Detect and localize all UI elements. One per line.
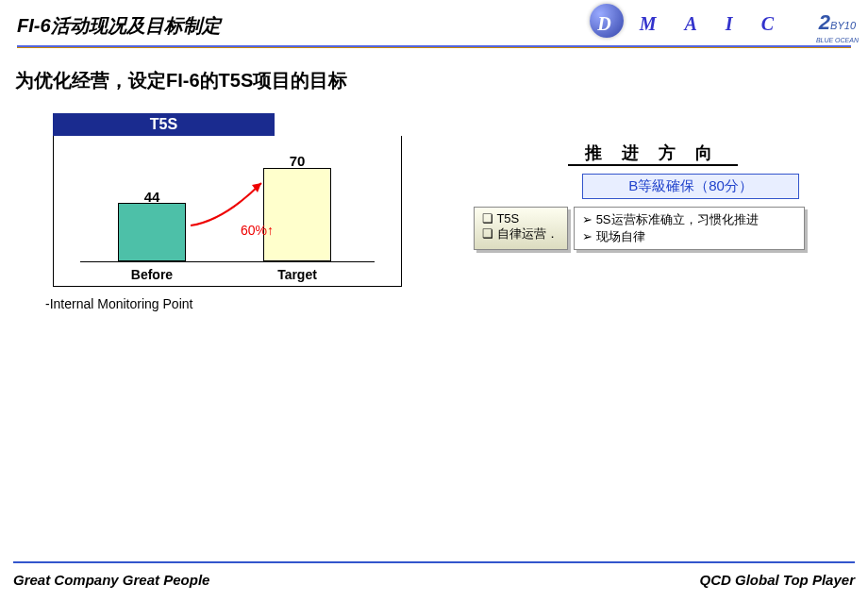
- footer-divider: [13, 561, 855, 563]
- growth-arrow-icon: [186, 174, 280, 230]
- bar-target-label: Target: [250, 267, 344, 282]
- dmaic-d: D: [597, 13, 610, 35]
- info-row: T5S 自律运营． 5S运营标准确立，习惯化推进 现场自律: [474, 207, 832, 250]
- direction-title: 推 进 方 向: [568, 142, 738, 166]
- page-title: FI-6活动现况及目标制定: [17, 13, 221, 39]
- bar-before: [118, 203, 186, 261]
- right-item-1: 现场自律: [582, 228, 796, 245]
- dmaic-c: C: [761, 13, 774, 35]
- bar-target-value: 70: [263, 153, 331, 169]
- bar-before-label: Before: [105, 267, 199, 282]
- arrow-text: 60%↑: [241, 223, 274, 238]
- header: FI-6活动现况及目标制定 D M A I C 2BY10 BLUE OCEAN: [0, 9, 868, 47]
- dmaic-a: A: [685, 13, 697, 35]
- right-item-0: 5S运营标准确立，习惯化推进: [582, 211, 796, 228]
- info-box-right: 5S运营标准确立，习惯化推进 现场自律: [574, 207, 805, 250]
- logo-2by10: 2BY10 BLUE OCEAN: [816, 11, 859, 44]
- chart-body: 44 70 Before Target 60%↑: [53, 136, 402, 287]
- direction-panel: 推 进 方 向 B等級確保（80分） T5S 自律运营． 5S运营标准确立，习惯…: [474, 142, 832, 250]
- dmaic-m: M: [640, 13, 657, 35]
- grade-box: B等級確保（80分）: [582, 174, 799, 199]
- chart-container: T5S Point 44 70 Before Target 60%↑: [53, 113, 402, 287]
- left-item-1: 自律运营．: [482, 225, 559, 242]
- chart-header: T5S: [53, 113, 275, 136]
- chart-baseline: [80, 261, 375, 262]
- info-box-left: T5S 自律运营．: [474, 207, 568, 250]
- footer-left: Great Company Great People: [13, 572, 209, 588]
- bar-before-value: 44: [118, 189, 186, 205]
- chart-footnote: -Internal Monitoring Point: [45, 296, 192, 311]
- dmaic-i: I: [726, 13, 733, 35]
- header-divider: [17, 45, 851, 48]
- footer-right: QCD Global Top Player: [700, 572, 855, 588]
- left-item-0: T5S: [482, 211, 559, 225]
- dmaic-letters: D M A I C: [597, 13, 774, 35]
- subtitle: 为优化经营，设定FI-6的T5S项目的目标: [15, 68, 347, 93]
